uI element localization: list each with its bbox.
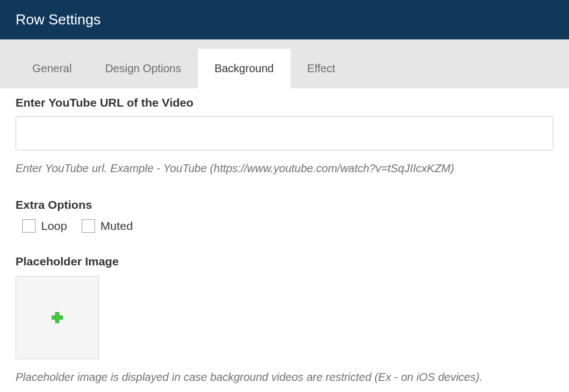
tab-effect[interactable]: Effect [291, 49, 352, 88]
placeholder-image-label: Placeholder Image [16, 255, 553, 268]
tab-design-options[interactable]: Design Options [88, 49, 198, 88]
youtube-url-label: Enter YouTube URL of the Video [16, 96, 553, 109]
muted-checkbox[interactable] [82, 219, 95, 233]
extra-options-label: Extra Options [16, 198, 553, 212]
loop-checkbox[interactable] [22, 219, 36, 233]
tab-background[interactable]: Background [198, 49, 291, 88]
dialog-title: Row Settings [16, 11, 101, 28]
youtube-url-help: Enter YouTube url. Example - YouTube (ht… [16, 160, 553, 176]
tabs-bar: General Design Options Background Effect [0, 39, 569, 88]
tab-general[interactable]: General [16, 49, 88, 88]
add-image-button[interactable] [16, 276, 99, 359]
dialog-header: Row Settings [0, 0, 569, 39]
muted-label: Muted [101, 219, 133, 233]
loop-option: Loop [22, 219, 67, 233]
extra-options-row: Loop Muted [22, 219, 553, 233]
youtube-url-input[interactable] [16, 116, 553, 150]
plus-icon [52, 312, 63, 323]
placeholder-image-help: Placeholder image is displayed in case b… [16, 369, 553, 385]
tab-content: Enter YouTube URL of the Video Enter You… [0, 88, 569, 392]
muted-option: Muted [82, 219, 133, 233]
loop-label: Loop [41, 219, 67, 233]
